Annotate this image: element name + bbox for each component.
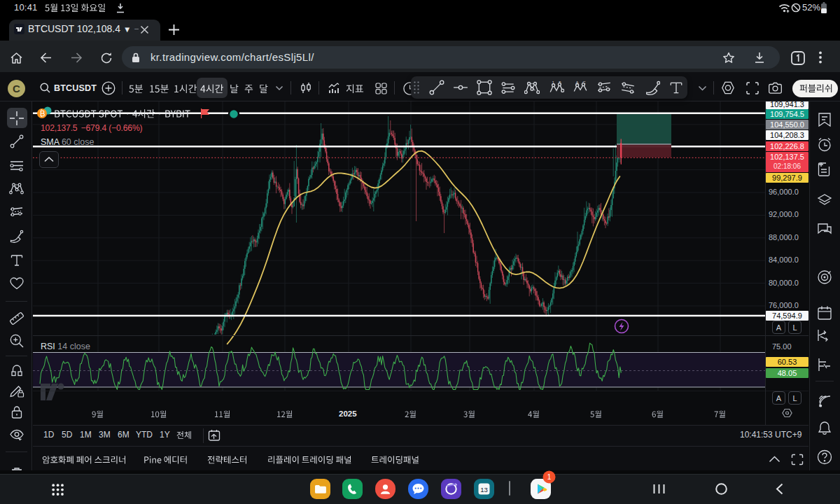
svg-text:13: 13 [480,486,488,493]
svg-text:1: 1 [547,473,552,481]
